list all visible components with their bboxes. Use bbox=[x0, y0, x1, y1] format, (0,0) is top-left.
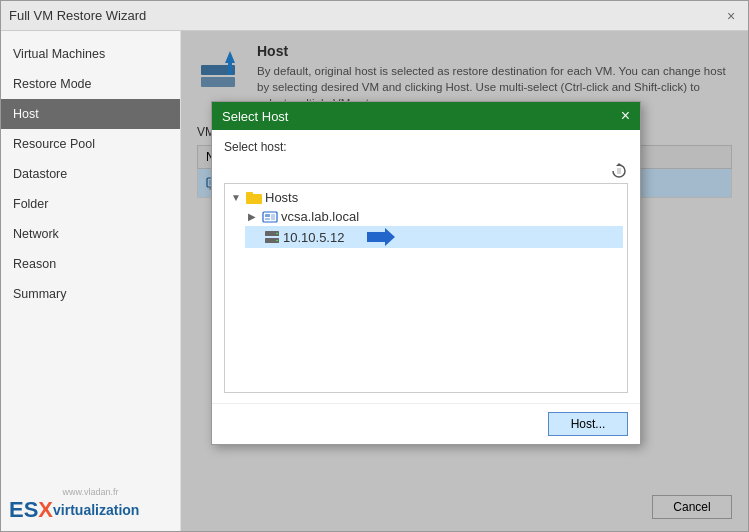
svg-rect-15 bbox=[617, 168, 621, 174]
svg-rect-17 bbox=[246, 192, 253, 196]
tree-expand-vcsa[interactable]: ▶ bbox=[245, 211, 259, 222]
content-area: Host By default, original host is select… bbox=[181, 31, 748, 531]
sidebar-item-summary[interactable]: Summary bbox=[1, 279, 180, 309]
modal-close-button[interactable]: × bbox=[621, 108, 630, 124]
tree-label-hosts: Hosts bbox=[265, 190, 298, 205]
tree-label-vcsa-lab: vcsa.lab.local bbox=[281, 209, 359, 224]
modal-title: Select Host bbox=[222, 109, 288, 124]
tree-item-hosts-root[interactable]: ▼ Hosts bbox=[229, 188, 623, 207]
title-bar: Full VM Restore Wizard × bbox=[1, 1, 748, 31]
svg-point-24 bbox=[276, 233, 278, 235]
select-host-dialog: Select Host × Select host: bbox=[211, 101, 641, 445]
watermark: www.vladan.fr ESXvirtualization bbox=[1, 479, 180, 531]
svg-rect-21 bbox=[271, 214, 275, 220]
watermark-url: www.vladan.fr bbox=[9, 487, 172, 497]
hosts-folder-icon bbox=[246, 191, 262, 205]
select-host-label: Select host: bbox=[224, 140, 628, 154]
refresh-icon[interactable] bbox=[610, 162, 628, 180]
tree-item-10-10-5-12[interactable]: 10.10.5.12 bbox=[245, 226, 623, 248]
window-close-button[interactable]: × bbox=[722, 7, 740, 25]
sidebar-item-resource-pool[interactable]: Resource Pool bbox=[1, 129, 180, 159]
svg-rect-19 bbox=[265, 214, 270, 217]
modal-body: Select host: bbox=[212, 130, 640, 403]
select-host-modal-overlay: Select Host × Select host: bbox=[181, 31, 748, 531]
sidebar: Virtual Machines Restore Mode Host Resou… bbox=[1, 31, 181, 531]
window-title: Full VM Restore Wizard bbox=[9, 8, 146, 23]
sidebar-item-restore-mode[interactable]: Restore Mode bbox=[1, 69, 180, 99]
svg-rect-20 bbox=[265, 218, 270, 220]
sidebar-item-folder[interactable]: Folder bbox=[1, 189, 180, 219]
sidebar-item-datastore[interactable]: Datastore bbox=[1, 159, 180, 189]
svg-marker-26 bbox=[367, 228, 395, 246]
sidebar-item-network[interactable]: Network bbox=[1, 219, 180, 249]
tree-expand-hosts[interactable]: ▼ bbox=[229, 192, 243, 203]
tree-item-vcsa-lab-local[interactable]: ▶ vcsa.lab.local bbox=[245, 207, 623, 226]
svg-point-25 bbox=[276, 240, 278, 242]
host-tree[interactable]: ▼ Hosts ▶ bbox=[224, 183, 628, 393]
datacenter-icon bbox=[262, 210, 278, 224]
svg-marker-14 bbox=[616, 163, 622, 166]
sidebar-item-reason[interactable]: Reason bbox=[1, 249, 180, 279]
main-content: Virtual Machines Restore Mode Host Resou… bbox=[1, 31, 748, 531]
modal-title-bar: Select Host × bbox=[212, 102, 640, 130]
modal-footer: Host... bbox=[212, 403, 640, 444]
host-button[interactable]: Host... bbox=[548, 412, 628, 436]
host-server-icon bbox=[264, 230, 280, 244]
main-window: Full VM Restore Wizard × Virtual Machine… bbox=[0, 0, 749, 532]
host-select-arrow bbox=[367, 228, 395, 246]
sidebar-item-virtual-machines[interactable]: Virtual Machines bbox=[1, 39, 180, 69]
sidebar-item-host[interactable]: Host bbox=[1, 99, 180, 129]
tree-label-host-ip: 10.10.5.12 bbox=[283, 230, 344, 245]
